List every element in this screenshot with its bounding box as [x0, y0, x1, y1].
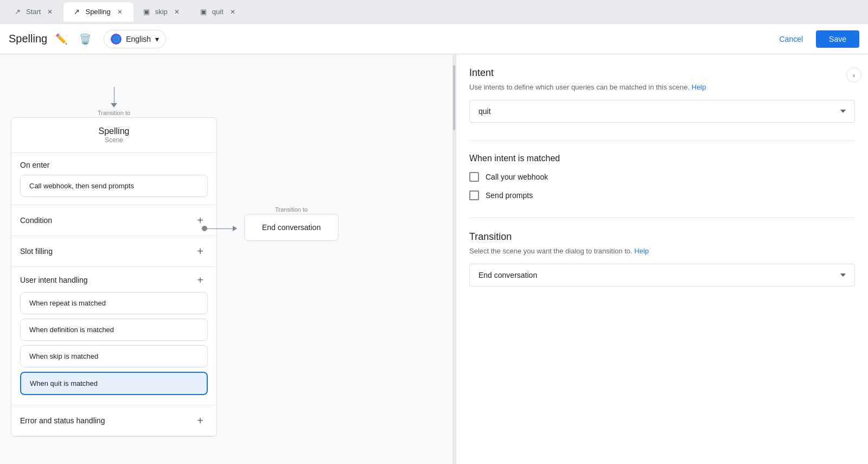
intent-item-0[interactable]: When repeat is matched	[20, 292, 208, 314]
intent-section-desc: Use intents to define which user queries…	[469, 83, 855, 91]
call-webhook-row: Call your webhook	[469, 172, 855, 182]
transition-dropdown[interactable]: End conversation	[469, 264, 855, 287]
webhook-label: Call webhook, then send prompts	[29, 182, 134, 190]
slot-filling-label: Slot filling	[20, 247, 53, 256]
right-panel: › Intent Use intents to define which use…	[456, 54, 868, 464]
condition-row[interactable]: Condition +	[11, 205, 216, 236]
tab-quit[interactable]: ▣ quit ✕	[190, 2, 246, 22]
language-label: English	[126, 35, 151, 43]
intent-dropdown[interactable]: quit	[469, 100, 855, 123]
call-webhook-checkbox[interactable]	[469, 172, 479, 182]
tab-spelling[interactable]: ↗ Spelling ✕	[63, 2, 133, 22]
send-prompts-checkbox[interactable]	[469, 190, 479, 200]
tab-quit-close[interactable]: ✕	[228, 7, 238, 17]
on-enter-label: On enter	[20, 161, 208, 169]
slot-filling-row[interactable]: Slot filling +	[11, 236, 216, 267]
header-actions: ✏️ 🗑️ 🌐 English ▾	[52, 29, 166, 49]
tab-spelling-close[interactable]: ✕	[115, 7, 125, 17]
start-tab-icon: ↗	[13, 8, 22, 16]
error-status-add-button[interactable]: +	[193, 413, 208, 428]
header: Spelling ✏️ 🗑️ 🌐 English ▾ Cancel Save	[0, 24, 868, 54]
transition-help-link[interactable]: Help	[634, 247, 649, 255]
send-prompts-row: Send prompts	[469, 190, 855, 200]
transition-to-label: Transition to	[11, 110, 217, 116]
tab-skip[interactable]: ▣ skip ✕	[133, 2, 190, 22]
cancel-button[interactable]: Cancel	[766, 30, 816, 48]
call-webhook-label: Call your webhook	[486, 173, 548, 181]
condition-label: Condition	[20, 216, 52, 225]
tab-start[interactable]: ↗ Start ✕	[4, 2, 63, 22]
edit-button[interactable]: ✏️	[52, 29, 71, 49]
tab-start-close[interactable]: ✕	[45, 7, 55, 17]
quit-to-end-connector	[202, 226, 237, 231]
end-transition-label: Transition to	[275, 206, 308, 213]
quit-tab-icon: ▣	[199, 8, 208, 16]
delete-button[interactable]: 🗑️	[75, 29, 95, 49]
on-enter-section: On enter Call webhook, then send prompts	[11, 153, 216, 205]
page-title: Spelling	[9, 33, 47, 45]
scene-container: Transition to Spelling Scene On enter Ca…	[11, 87, 217, 437]
scene-name: Spelling	[20, 126, 208, 136]
user-intent-header: User intent handling +	[20, 272, 208, 288]
tab-spelling-label: Spelling	[85, 8, 110, 16]
panel-divider-1	[469, 140, 855, 141]
save-button[interactable]: Save	[816, 30, 859, 48]
scene-type: Scene	[20, 136, 208, 144]
transition-section-desc: Select the scene you want the dialog to …	[469, 247, 855, 255]
transition-panel-section: Transition Select the scene you want the…	[469, 231, 855, 287]
slot-filling-add-button[interactable]: +	[193, 244, 208, 259]
globe-icon: 🌐	[111, 34, 122, 45]
end-conversation-card[interactable]: End conversation	[244, 214, 339, 241]
panel-collapse-button[interactable]: ›	[846, 67, 861, 82]
intent-item-2[interactable]: When skip is matched	[20, 345, 208, 367]
error-status-label: Error and status handling	[20, 416, 105, 425]
end-conversation-label: End conversation	[262, 223, 321, 232]
intent-section-title: Intent	[469, 67, 855, 79]
tab-bar: ↗ Start ✕ ↗ Spelling ✕ ▣ skip ✕ ▣ quit ✕	[0, 0, 868, 24]
user-intent-add-button[interactable]: +	[193, 272, 208, 288]
user-intent-section: User intent handling + When repeat is ma…	[11, 267, 216, 405]
scene-card: Spelling Scene On enter Call webhook, th…	[11, 117, 217, 437]
intent-item-1[interactable]: When definition is matched	[20, 319, 208, 341]
transition-section-title: Transition	[469, 231, 855, 243]
tab-skip-label: skip	[155, 8, 168, 16]
when-matched-section: When intent is matched Call your webhook…	[469, 154, 855, 200]
intent-help-link[interactable]: Help	[692, 83, 706, 91]
skip-tab-icon: ▣	[142, 8, 151, 16]
chevron-down-icon: ▾	[155, 35, 159, 43]
language-selector[interactable]: 🌐 English ▾	[104, 30, 166, 48]
when-matched-title: When intent is matched	[469, 154, 855, 163]
tab-start-label: Start	[26, 8, 41, 16]
tab-skip-close[interactable]: ✕	[172, 7, 182, 17]
end-conversation-container: Transition to End conversation	[244, 206, 339, 241]
spelling-tab-icon: ↗	[72, 8, 81, 16]
tab-quit-label: quit	[212, 8, 224, 16]
main-layout: Transition to Spelling Scene On enter Ca…	[0, 54, 868, 464]
scene-header: Spelling Scene	[11, 118, 216, 153]
canvas-area: Transition to Spelling Scene On enter Ca…	[0, 54, 452, 464]
entry-arrow	[11, 87, 217, 107]
webhook-card[interactable]: Call webhook, then send prompts	[20, 175, 208, 197]
scroll-thumb[interactable]	[453, 65, 455, 130]
error-status-row[interactable]: Error and status handling +	[11, 405, 216, 436]
intent-panel-section: Intent Use intents to define which user …	[469, 67, 855, 123]
panel-divider-2	[469, 218, 855, 218]
intent-item-3[interactable]: When quit is matched	[20, 372, 208, 395]
user-intent-label: User intent handling	[20, 276, 88, 284]
send-prompts-label: Send prompts	[486, 191, 533, 200]
